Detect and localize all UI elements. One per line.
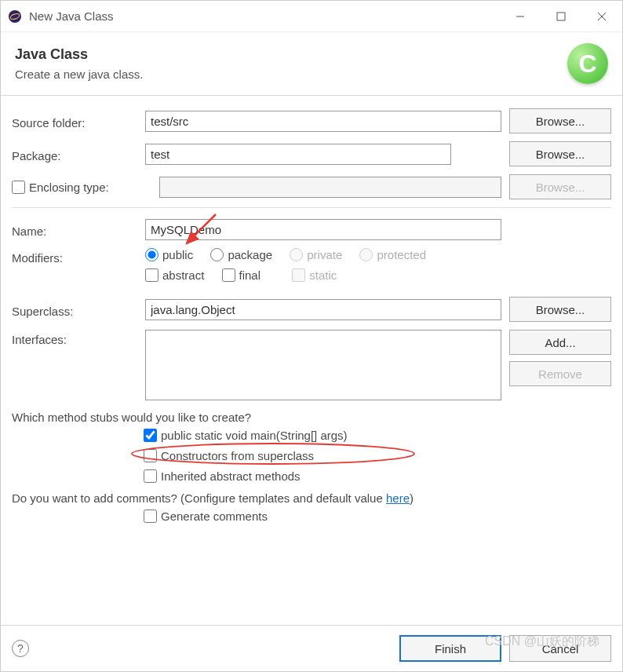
modifiers-label: Modifiers: [12,248,137,265]
class-icon: C [567,43,608,84]
titlebar: New Java Class [1,1,622,32]
dialog-title: Java Class [15,46,567,63]
browse-superclass-button[interactable]: Browse... [509,297,611,322]
superclass-label: Superclass: [12,301,137,318]
stub-constructors-check[interactable]: Constructors from superclass [144,449,314,462]
modifier-package-radio[interactable]: package [210,248,272,261]
interfaces-list[interactable] [145,330,501,400]
modifier-public-radio[interactable]: public [145,248,193,261]
interfaces-label: Interfaces: [12,330,137,346]
dialog-footer: ? Finish Cancel [1,625,622,671]
modifier-static-check: static [292,268,337,282]
source-folder-label: Source folder: [12,113,137,130]
help-icon[interactable]: ? [12,640,29,657]
enclosing-type-checkbox[interactable]: Enclosing type: [12,181,137,194]
add-interface-button[interactable]: Add... [509,330,611,355]
superclass-input[interactable] [145,299,501,320]
cancel-button[interactable]: Cancel [509,635,611,662]
eclipse-icon [7,9,23,24]
dialog-subtitle: Create a new java class. [15,68,567,81]
generate-comments-check[interactable]: Generate comments [144,509,268,523]
source-folder-input[interactable] [145,111,501,132]
modifier-protected-radio: protected [359,248,426,261]
dialog-header: Java Class Create a new java class. C [1,32,622,96]
browse-package-button[interactable]: Browse... [509,141,611,166]
modifier-abstract-check[interactable]: abstract [145,268,204,282]
finish-button[interactable]: Finish [399,635,501,662]
browse-source-button[interactable]: Browse... [509,108,611,133]
browse-enclosing-button: Browse... [509,174,611,199]
name-label: Name: [12,221,137,238]
svg-rect-3 [557,13,565,20]
modifier-private-radio: private [290,248,342,261]
modifier-final-check[interactable]: final [222,268,261,282]
close-button[interactable] [581,1,622,32]
window-title: New Java Class [29,9,500,23]
package-input[interactable] [145,144,451,165]
stubs-question: Which method stubs would you like to cre… [12,411,611,424]
minimize-button[interactable] [500,1,541,32]
maximize-button[interactable] [541,1,581,32]
comments-question: Do you want to add comments? (Configure … [12,491,611,505]
separator [12,207,611,208]
name-input[interactable] [145,219,501,240]
stub-inherited-check[interactable]: Inherited abstract methods [144,469,301,483]
remove-interface-button: Remove [509,361,611,386]
configure-templates-link[interactable]: here [386,491,410,505]
enclosing-type-input [159,177,501,198]
package-label: Package: [12,146,137,163]
stub-main-check[interactable]: public static void main(String[] args) [144,429,348,442]
